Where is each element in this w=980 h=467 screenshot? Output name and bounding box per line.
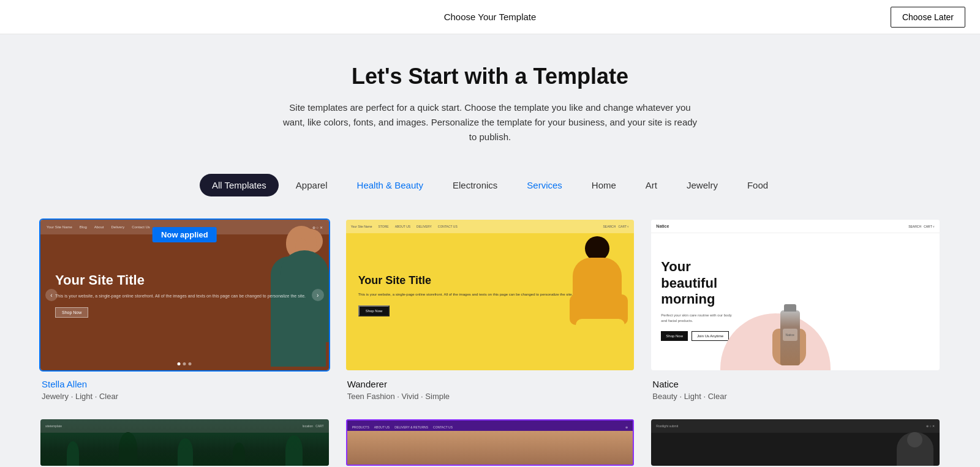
hero-section: Let's Start with a Template Site templat…	[0, 34, 980, 162]
filter-bar: All Templates Apparel Health & Beauty El…	[0, 162, 980, 211]
prev-arrow-icon[interactable]: ‹	[45, 289, 58, 301]
template-thumb-purple[interactable]: PRODUCTS ABOUT US DELIVERY & RETURNS CON…	[345, 418, 636, 467]
template-tags-stella: Jewelry · Light · Clear	[42, 392, 328, 401]
template-thumb-stella-allen[interactable]: Now applied Your Site Name Blog About De…	[39, 219, 330, 372]
template-name-wanderer: Wanderer	[347, 379, 633, 389]
template-name-natice: Natice	[652, 379, 938, 389]
template-info-stella: Stella Allen Jewelry · Light · Clear	[39, 372, 330, 403]
dark-nature-nav: sitetemplate location CART	[40, 419, 329, 433]
natice-buttons: Shop Now Join Us Anytime	[661, 331, 733, 341]
hero-description: Site templates are perfect for a quick s…	[282, 100, 698, 144]
choose-later-button[interactable]: Choose Later	[891, 7, 965, 28]
next-arrow-icon[interactable]: ›	[312, 289, 324, 301]
header: Choose Your Template Choose Later	[0, 0, 980, 34]
now-applied-badge: Now applied	[153, 227, 217, 242]
template-name-stella: Stella Allen	[42, 379, 328, 389]
filter-tab-health-beauty[interactable]: Health & Beauty	[345, 174, 435, 196]
carousel-dot	[189, 362, 192, 365]
template-tags-natice: Beauty · Light · Clear	[652, 392, 938, 401]
filter-tab-apparel[interactable]: Apparel	[284, 174, 340, 196]
filter-tab-food[interactable]: Food	[735, 174, 780, 196]
dark-person-nav: Rootlight submit ⊕ ○ ✕	[651, 419, 940, 433]
natice-join-btn[interactable]: Join Us Anytime	[692, 331, 729, 341]
template-thumb-wanderer[interactable]: Your Site Name STORE ABOUT US DELIVERY C…	[345, 219, 636, 372]
natice-shop-btn[interactable]: Shop Now	[661, 331, 688, 341]
carousel-dots	[178, 362, 192, 365]
template-thumb-dark-person[interactable]: Rootlight submit ⊕ ○ ✕	[650, 418, 941, 467]
template-card-dark-person: Rootlight submit ⊕ ○ ✕	[643, 411, 948, 467]
template-thumb-natice[interactable]: Natice SEARCH CART ▿ Your beautiful morn…	[650, 219, 941, 372]
template-card-purple: PRODUCTS ABOUT US DELIVERY & RETURNS CON…	[337, 411, 643, 467]
filter-tab-art[interactable]: Art	[633, 174, 669, 196]
carousel-dot	[183, 362, 186, 365]
stella-content: Your Site Title This is your website, a …	[40, 258, 329, 333]
filter-tab-home[interactable]: Home	[579, 174, 628, 196]
natice-nav: Natice SEARCH CART ▿	[651, 220, 940, 233]
wanderer-content: Your Site Title This is your website, a …	[346, 256, 635, 335]
template-grid: Now applied Your Site Name Blog About De…	[12, 211, 968, 467]
template-info-wanderer: Wanderer Teen Fashion · Vivid · Simple	[345, 372, 636, 403]
template-tags-wanderer: Teen Fashion · Vivid · Simple	[347, 392, 633, 401]
carousel-dot	[178, 362, 181, 365]
header-title: Choose Your Template	[444, 12, 537, 22]
wanderer-shop-btn[interactable]: Shop Now	[358, 305, 390, 316]
filter-tab-electronics[interactable]: Electronics	[440, 174, 510, 196]
filter-tab-jewelry[interactable]: Jewelry	[674, 174, 730, 196]
stella-shop-btn[interactable]: Shop Now	[55, 307, 88, 318]
template-card-natice: Natice SEARCH CART ▿ Your beautiful morn…	[643, 211, 948, 411]
hero-heading: Let's Start with a Template	[15, 64, 965, 89]
template-info-natice: Natice Beauty · Light · Clear	[650, 372, 941, 403]
template-thumb-dark-nature[interactable]: sitetemplate location CART	[39, 418, 330, 467]
template-card-stella-allen: Now applied Your Site Name Blog About De…	[32, 211, 337, 411]
filter-tab-services[interactable]: Services	[514, 174, 575, 196]
filter-tab-all[interactable]: All Templates	[200, 174, 279, 196]
template-card-dark-nature: sitetemplate location CART	[32, 411, 337, 467]
template-card-wanderer: Your Site Name STORE ABOUT US DELIVERY C…	[337, 211, 643, 411]
natice-left-content: Your beautiful morning Perfect your skin…	[651, 239, 743, 350]
